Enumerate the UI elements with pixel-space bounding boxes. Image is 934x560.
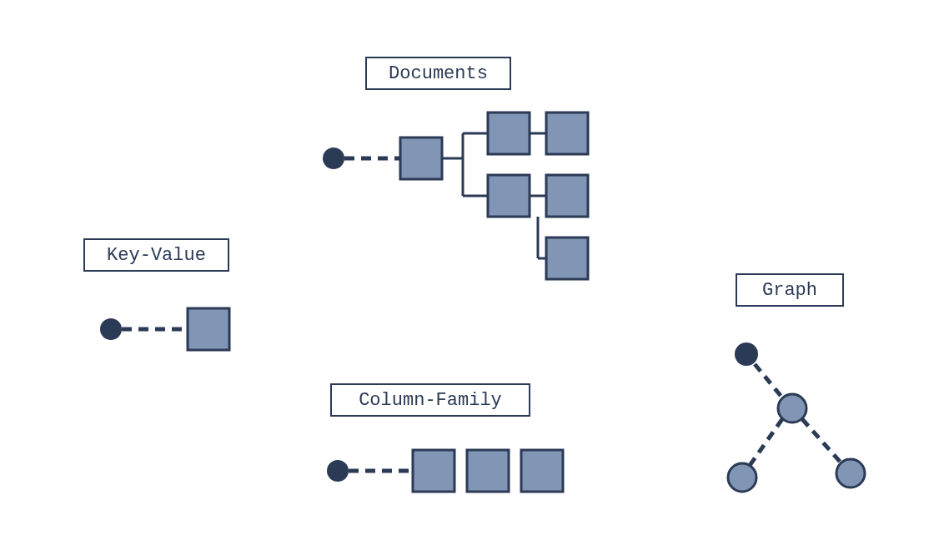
cf-box-2 — [467, 450, 509, 492]
doc-box-r1c2 — [546, 112, 588, 154]
label-column-family: Column-Family — [330, 383, 530, 417]
label-graph: Graph — [736, 273, 844, 307]
graph-edge-3 — [802, 419, 842, 464]
graph-edge-1 — [755, 364, 782, 398]
cf-box-3 — [521, 450, 563, 492]
doc-box-r3c2 — [546, 238, 588, 279]
graph-node-right — [836, 459, 865, 488]
kv-value-box — [188, 308, 229, 350]
doc-box-r1c1 — [488, 112, 530, 154]
graph-node-center — [778, 394, 806, 422]
diagram-canvas: Documents Key-Value Column-Family Graph — [0, 0, 934, 560]
graph-node-left — [728, 463, 756, 492]
cf-dot-icon — [327, 460, 349, 482]
kv-dot-icon — [100, 318, 122, 340]
label-key-value: Key-Value — [83, 238, 229, 272]
doc-dot-icon — [323, 148, 344, 169]
doc-root-box — [400, 138, 442, 179]
cf-box-1 — [413, 450, 454, 492]
doc-box-r2c1 — [488, 175, 530, 217]
doc-box-r2c2 — [546, 175, 588, 217]
label-documents: Documents — [365, 57, 511, 90]
graph-edge-2 — [749, 419, 782, 467]
graph-node-root — [735, 342, 758, 366]
